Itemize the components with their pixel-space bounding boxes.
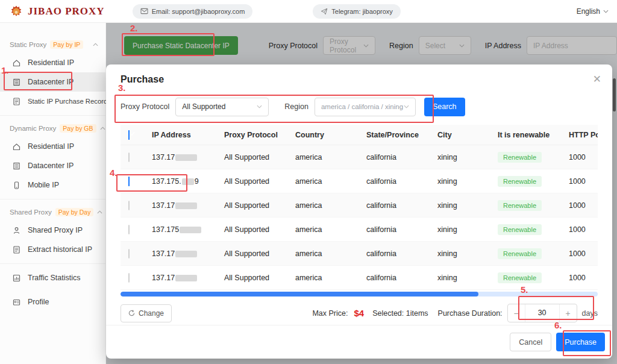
max-price-value: $4 (354, 308, 364, 318)
city-cell: xining (430, 225, 490, 234)
protocol-cell: All Supported (217, 225, 288, 234)
email-contact-label: Email: support@jibaoproxy.com (152, 8, 245, 15)
email-contact[interactable]: Email: support@jibaoproxy.com (133, 4, 253, 19)
divider (0, 199, 105, 199)
modal-body-footer: Change Max Price: $4 Selected: 1items Pu… (121, 304, 598, 322)
pay-by-gb-badge: Pay by GB (60, 124, 96, 133)
row-checkbox[interactable] (128, 225, 130, 234)
sidebar-item-label: Datacenter IP (28, 162, 74, 170)
proxy-protocol-value: All Supported (182, 102, 225, 111)
state-cell: california (359, 201, 430, 210)
col-ip-address: IP Address (145, 131, 217, 139)
sidebar-item-datacenter-ip-static[interactable]: Datacenter IP (0, 72, 105, 92)
renewable-badge: Renewable (498, 248, 542, 259)
modal-proxy-protocol-select[interactable]: All Supported (175, 98, 269, 116)
sidebar-item-residential-ip-static[interactable]: Residential IP (0, 53, 105, 72)
sidebar-item-profile[interactable]: Profile (0, 292, 105, 312)
sidebar-item-mobile-ip[interactable]: Mobile IP (0, 175, 105, 195)
sidebar-item-traffic-statistics[interactable]: Traffic Statistics (0, 268, 105, 287)
col-state-province: State/Province (359, 131, 430, 139)
region-label: Region (284, 102, 308, 111)
sidebar: Static Proxy Pay by IP Residential IP Da… (0, 23, 106, 364)
chevron-up-icon (93, 43, 98, 46)
language-label: English (577, 7, 600, 16)
close-icon[interactable]: ✕ (593, 74, 601, 84)
purchase-duration-label: Purchase Duration: (438, 309, 503, 318)
row-checkbox[interactable] (128, 273, 130, 283)
max-price-label: Max Price: (312, 309, 348, 318)
home-icon (12, 142, 21, 151)
divider (0, 263, 105, 264)
row-checkbox[interactable] (128, 177, 130, 186)
sidebar-item-datacenter-ip-dynamic[interactable]: Datacenter IP (0, 156, 105, 175)
renewable-badge: Renewable (498, 272, 542, 283)
port-cell: 1000 (562, 249, 598, 258)
stepper-decrement-button[interactable]: − (508, 309, 525, 318)
ip-cell: 137.175.9 (145, 177, 217, 186)
port-cell: 1000 (562, 177, 598, 186)
telegram-contact-label: Telegram: jibaoproxy (331, 8, 393, 15)
row-checkbox[interactable] (128, 152, 130, 162)
country-cell: america (288, 153, 359, 162)
protocol-cell: All Supported (217, 177, 288, 186)
language-selector[interactable]: English (577, 7, 609, 16)
ip-cell: 137.17 (145, 153, 217, 162)
table-row[interactable]: 137.17 All Supported america california … (121, 145, 598, 169)
sidebar-section-dynamic-proxy[interactable]: Dynamic Proxy Pay by GB (0, 120, 105, 137)
sidebar-section-shared-proxy[interactable]: Shared Proxy Pay by Day (0, 204, 105, 221)
renewable-badge: Renewable (498, 200, 542, 211)
sidebar-item-label: Traffic Statistics (28, 274, 81, 282)
protocol-cell: All Supported (217, 201, 288, 210)
sidebar-item-label: Residential IP (28, 142, 74, 151)
table-row[interactable]: 137.17 All Supported america california … (121, 266, 598, 290)
col-city: City (430, 131, 490, 139)
search-button[interactable]: Search (424, 98, 465, 116)
row-checkbox[interactable] (128, 201, 130, 210)
table-row-selected[interactable]: 137.175.9 All Supported america californ… (121, 169, 598, 193)
table-header-row: IP Address Proxy Protocol Country State/… (121, 125, 598, 145)
chevron-up-icon (97, 210, 102, 214)
sidebar-item-static-ip-purchase-records[interactable]: Static IP Purchase Records (0, 92, 105, 111)
person-icon (12, 226, 21, 235)
duration-stepper: − 30 + (507, 304, 577, 322)
page-scrollbar[interactable] (613, 78, 616, 111)
table-row[interactable]: 137.17 All Supported america california … (121, 242, 598, 266)
redacted-ip-segment (175, 154, 197, 161)
table-horizontal-scrollbar[interactable] (121, 292, 598, 297)
renewable-badge: Renewable (498, 224, 542, 235)
row-checkbox[interactable] (128, 249, 130, 259)
table-row[interactable]: 137.17 All Supported america california … (121, 193, 598, 218)
scrollbar-thumb[interactable] (121, 292, 478, 297)
sidebar-section-static-proxy[interactable]: Static Proxy Pay by IP (0, 36, 105, 53)
city-cell: xining (430, 249, 490, 258)
ip-cell: 137.17 (145, 201, 217, 210)
table-row[interactable]: 137.175 All Supported america california… (121, 218, 598, 242)
city-cell: xining (430, 274, 490, 282)
sidebar-item-label: Static IP Purchase Records (28, 98, 111, 105)
ip-cell: 137.17 (145, 249, 217, 258)
state-cell: california (359, 274, 430, 282)
state-cell: california (359, 177, 430, 186)
email-icon (140, 8, 148, 14)
col-http-port: HTTP Port (562, 131, 598, 139)
modal-region-cascader[interactable]: america / california / xining (315, 98, 416, 116)
sidebar-item-extract-historical-ip[interactable]: Extract historical IP (0, 240, 105, 259)
sidebar-item-residential-ip-dynamic[interactable]: Residential IP (0, 137, 105, 156)
cancel-button[interactable]: Cancel (510, 333, 551, 351)
redacted-ip-segment (180, 227, 201, 233)
purchase-modal: Purchase ✕ Proxy Protocol All Supported … (106, 64, 612, 359)
document-icon (12, 97, 21, 106)
statistics-icon (12, 274, 21, 283)
telegram-icon (321, 8, 328, 15)
document-icon (12, 245, 21, 254)
telegram-contact[interactable]: Telegram: jibaoproxy (313, 4, 401, 19)
sidebar-item-shared-proxy-ip[interactable]: Shared Proxy IP (0, 221, 105, 240)
select-all-checkbox[interactable] (128, 130, 130, 140)
stepper-increment-button[interactable]: + (560, 309, 577, 318)
purchase-button[interactable]: Purchase (556, 333, 605, 351)
change-button[interactable]: Change (121, 304, 172, 322)
city-cell: xining (430, 201, 490, 210)
redacted-ip-segment (175, 202, 197, 209)
col-renewable: It is renewable (490, 131, 562, 139)
duration-value[interactable]: 30 (525, 304, 560, 322)
